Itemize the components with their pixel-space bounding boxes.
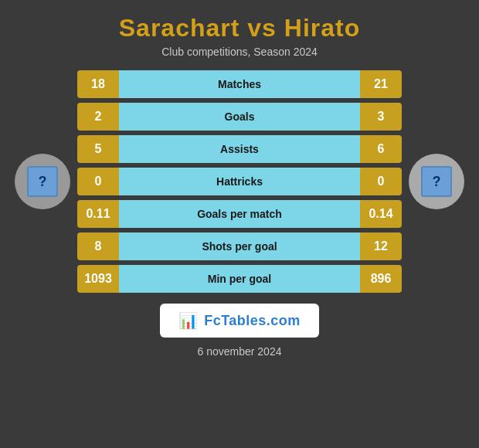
stat-row: 8Shots per goal12 [77, 232, 402, 260]
stat-left-1: 2 [77, 103, 119, 131]
stat-left-6: 1093 [77, 265, 119, 293]
stat-right-6: 896 [360, 265, 402, 293]
stat-right-4: 0.14 [360, 200, 402, 228]
stat-label-3: Hattricks [119, 168, 360, 195]
content-area: ? 18Matches212Goals35Assists60Hattricks0… [0, 63, 479, 293]
stat-right-2: 6 [360, 135, 402, 163]
bottom-section: 📊 FcTables.com 6 november 2024 [0, 293, 479, 365]
left-team-logo: ? [8, 154, 77, 209]
stat-label-5: Shots per goal [119, 232, 360, 260]
stat-left-4: 0.11 [77, 200, 119, 228]
right-team-logo: ? [402, 154, 471, 209]
stat-right-5: 12 [360, 232, 402, 260]
right-team-circle: ? [409, 154, 464, 209]
stat-row: 0Hattricks0 [77, 168, 402, 195]
right-team-image: ? [421, 166, 452, 197]
stat-row: 18Matches21 [77, 70, 402, 98]
stat-right-1: 3 [360, 103, 402, 131]
stat-row: 5Assists6 [77, 135, 402, 163]
match-subtitle: Club competitions, Season 2024 [0, 46, 479, 58]
stat-label-4: Goals per match [119, 200, 360, 228]
stat-right-3: 0 [360, 168, 402, 195]
stat-row: 1093Min per goal896 [77, 265, 402, 293]
match-title: Sarachart vs Hirato [0, 14, 479, 42]
stat-left-5: 8 [77, 232, 119, 260]
stat-row: 2Goals3 [77, 103, 402, 131]
stat-label-0: Matches [119, 70, 360, 98]
stat-left-0: 18 [77, 70, 119, 98]
left-team-image: ? [27, 166, 58, 197]
page-header: Sarachart vs Hirato Club competitions, S… [0, 0, 479, 63]
stat-label-2: Assists [119, 135, 360, 163]
match-date: 6 november 2024 [198, 345, 282, 358]
brand-icon: 📊 [178, 311, 198, 330]
left-team-circle: ? [15, 154, 70, 209]
stat-label-6: Min per goal [119, 265, 360, 293]
stat-right-0: 21 [360, 70, 402, 98]
brand-text: FcTables.com [204, 313, 301, 329]
stat-row: 0.11Goals per match0.14 [77, 200, 402, 228]
stats-container: 18Matches212Goals35Assists60Hattricks00.… [77, 70, 402, 293]
stat-label-1: Goals [119, 103, 360, 131]
branding-box: 📊 FcTables.com [160, 304, 319, 338]
stat-left-2: 5 [77, 135, 119, 163]
stat-left-3: 0 [77, 168, 119, 195]
